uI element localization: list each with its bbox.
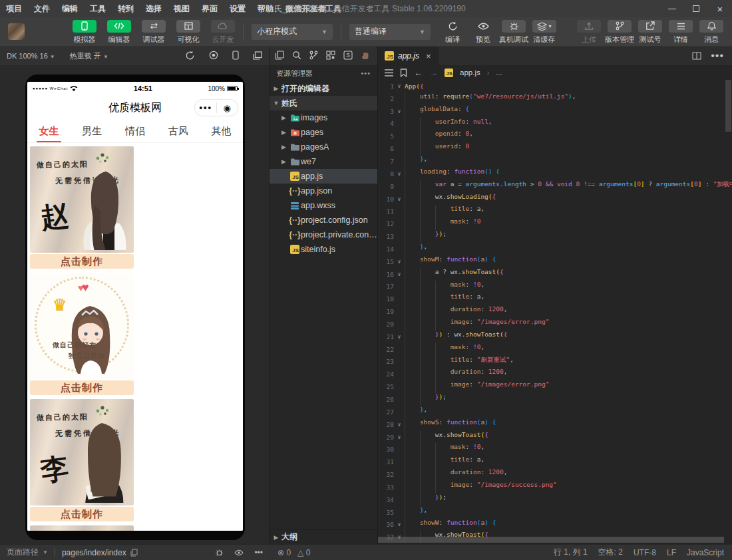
template-image[interactable]: 做自己的太阳无需凭借谁的光李 — [30, 399, 134, 505]
indent-setting[interactable]: 空格: 2 — [598, 547, 623, 558]
strip-pages-icon[interactable] — [275, 51, 284, 62]
file-pagesA[interactable]: ▶pagesA — [270, 140, 377, 154]
toolbar-action-预览[interactable]: 预览 — [468, 19, 498, 45]
toolbar-action-版本管理[interactable]: 版本管理 — [604, 19, 635, 45]
file-app.json[interactable]: {··}app.json — [270, 184, 377, 198]
language-mode[interactable]: JavaScript — [687, 548, 724, 557]
code-editor[interactable]: 1∨App({2util: require("we7/resource/js/u… — [378, 80, 732, 544]
template-image[interactable]: 做自己的太阳无需凭借谁的光刘 — [30, 525, 134, 531]
fold-chevron-icon[interactable]: ∨ — [394, 108, 405, 114]
more-icon[interactable]: ●●● — [195, 104, 216, 111]
file-images[interactable]: ▶images — [270, 110, 377, 125]
eye-icon[interactable] — [234, 549, 244, 556]
menu-item-工具[interactable]: 工具 — [84, 0, 112, 17]
tab-古风[interactable]: 古风 — [156, 120, 200, 142]
fold-chevron-icon[interactable]: ∨ — [394, 521, 405, 527]
toolbar-action-编译[interactable]: 编译 — [437, 19, 468, 45]
encoding[interactable]: UTF-8 — [634, 548, 656, 557]
hot-reload-toggle[interactable]: 热重载 开 ▼ — [70, 51, 108, 61]
cursor-position[interactable]: 行 1, 列 1 — [554, 547, 588, 558]
menu-item-编辑[interactable]: 编辑 — [56, 0, 84, 17]
warning-count[interactable]: △ 0 — [297, 548, 310, 557]
menu-item-文件[interactable]: 文件 — [28, 0, 56, 17]
page-path-label[interactable]: 页面路径 — [7, 547, 39, 558]
open-editors-section[interactable]: ▶ 打开的编辑器 — [270, 81, 377, 96]
outline-section[interactable]: ▶ 大纲 — [270, 529, 377, 544]
minimize-button[interactable]: — — [660, 0, 684, 17]
sim-record-icon[interactable] — [209, 51, 218, 61]
file-pages[interactable]: ▶pages — [270, 125, 377, 140]
toolbar-action-详情[interactable]: 详情 — [665, 19, 696, 45]
fold-chevron-icon[interactable]: ∨ — [394, 83, 405, 89]
project-root-section[interactable]: ▼ 姓氏 — [270, 96, 377, 110]
toolbar-button-编辑器[interactable]: 编辑器 — [102, 19, 136, 45]
fold-chevron-icon[interactable]: ∨ — [394, 259, 405, 265]
device-scale-select[interactable]: DK 100% 16 ▼ — [7, 52, 55, 60]
toolbar-button-调试器[interactable]: 调试器 — [136, 19, 171, 45]
menu-item-视图[interactable]: 视图 — [168, 0, 196, 17]
menu-item-界面[interactable]: 界面 — [196, 0, 224, 17]
fold-chevron-icon[interactable]: ∨ — [394, 422, 405, 428]
avatar[interactable] — [8, 23, 25, 40]
template-image[interactable]: 做自己的太阳无需凭借谁的光赵 — [30, 146, 134, 253]
file-project.private.config.js...[interactable]: {··}project.private.config.js... — [270, 227, 377, 242]
menu-item-设置[interactable]: 设置 — [224, 0, 252, 17]
make-button[interactable]: 点击制作 — [30, 507, 134, 521]
compile-mode-select[interactable]: 普通编译▼ — [349, 24, 431, 40]
sim-device-icon[interactable] — [232, 51, 239, 61]
fold-chevron-icon[interactable]: ∨ — [394, 334, 405, 340]
tab-app-js[interactable]: JS app.js × — [378, 47, 439, 65]
bookmark-icon[interactable] — [400, 69, 407, 77]
strip-search-icon[interactable] — [292, 51, 301, 62]
bug-icon[interactable] — [215, 548, 224, 557]
split-editor-icon[interactable] — [692, 51, 701, 61]
tab-男生[interactable]: 男生 — [71, 120, 114, 142]
strip-branch-icon[interactable] — [309, 51, 318, 62]
file-app.wxss[interactable]: app.wxss — [270, 198, 377, 213]
file-siteinfo.js[interactable]: JSsiteinfo.js — [270, 242, 377, 257]
toolbar-action-测试号[interactable]: 测试号 — [635, 19, 665, 45]
mode-select[interactable]: 小程序模式▼ — [252, 24, 333, 40]
nav-back-icon[interactable]: ← — [414, 68, 423, 78]
make-button[interactable]: 点击制作 — [30, 380, 134, 395]
toolbar-button-可视化[interactable]: 可视化 — [171, 19, 206, 45]
more-icon[interactable]: ••• — [361, 69, 371, 77]
make-button[interactable]: 点击制作 — [30, 254, 134, 269]
menu-item-选择[interactable]: 选择 — [140, 0, 168, 17]
fold-chevron-icon[interactable]: ∨ — [394, 434, 405, 440]
menu-item-转到[interactable]: 转到 — [112, 0, 140, 17]
exit-target-icon[interactable]: ◉ — [217, 103, 238, 113]
eol[interactable]: LF — [667, 548, 676, 557]
menu-icon[interactable] — [385, 69, 393, 76]
copy-icon[interactable] — [130, 549, 138, 557]
close-tab-icon[interactable]: × — [426, 51, 431, 61]
capsule-menu[interactable]: ●●● ◉ — [194, 99, 238, 116]
file-we7[interactable]: ▶we7 — [270, 154, 377, 169]
horizontal-scrollbar[interactable] — [378, 537, 724, 543]
error-count[interactable]: ⊗ 0 — [277, 548, 291, 557]
file-project.config.json[interactable]: {··}project.config.json — [270, 213, 377, 227]
menu-item-帮助[interactable]: 帮助 — [252, 0, 279, 17]
more-icon[interactable]: ••• — [254, 548, 263, 557]
toolbar-action-清缓存[interactable]: ▾清缓存 — [529, 19, 560, 45]
nav-forward-icon[interactable]: → — [429, 68, 438, 78]
strip-hand-icon[interactable] — [361, 51, 370, 62]
sim-refresh-icon[interactable] — [185, 51, 195, 62]
strip-s-box-icon[interactable]: S — [343, 51, 353, 62]
vertical-scrollbar[interactable] — [725, 80, 731, 132]
more-icon[interactable]: ••• — [711, 50, 724, 62]
menu-item-微信开发者工具[interactable]: 微信开发者工具 — [279, 0, 347, 17]
toolbar-action-真机调试[interactable]: 真机调试 — [498, 19, 529, 45]
strip-blocks-icon[interactable] — [326, 51, 335, 62]
close-button[interactable]: × — [708, 0, 732, 17]
sim-windows-icon[interactable] — [253, 51, 262, 61]
toolbar-action-消息[interactable]: 消息 — [696, 19, 727, 45]
template-image[interactable]: ♛♥♥做自己的好友独立且自由 — [30, 273, 134, 379]
menu-item-项目[interactable]: 项目 — [0, 0, 28, 17]
maximize-button[interactable] — [684, 0, 708, 17]
fold-chevron-icon[interactable]: ∨ — [394, 271, 405, 277]
fold-chevron-icon[interactable]: ∨ — [394, 196, 405, 202]
file-app.js[interactable]: JSapp.js — [270, 169, 377, 184]
tab-情侣[interactable]: 情侣 — [114, 120, 157, 142]
tab-其他[interactable]: 其他 — [200, 120, 243, 142]
